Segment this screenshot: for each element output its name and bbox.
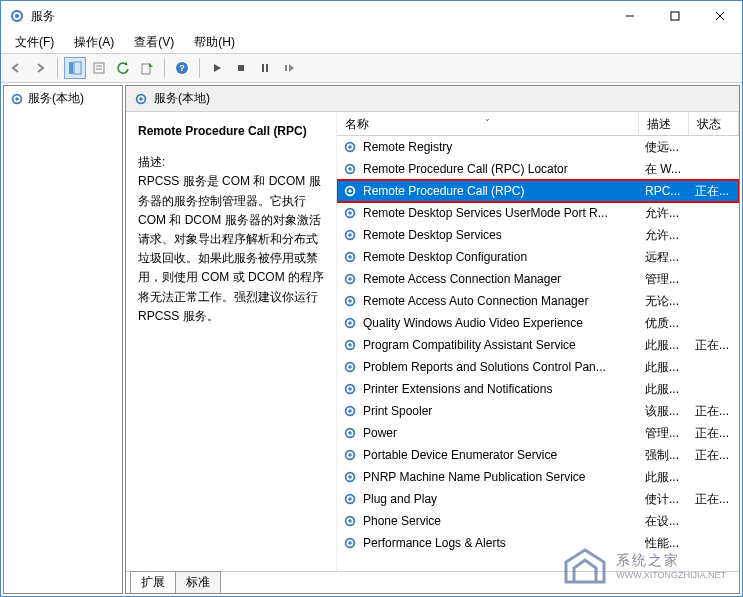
service-name-label: Remote Desktop Configuration	[363, 250, 527, 264]
gear-icon	[343, 382, 357, 396]
service-name-label: Remote Procedure Call (RPC) Locator	[363, 162, 568, 176]
content-area: 服务(本地) 服务(本地) Remote Procedure Call (RPC…	[1, 83, 742, 596]
maximize-button[interactable]	[652, 1, 697, 31]
service-name-cell: Remote Desktop Configuration	[337, 250, 641, 264]
gear-icon	[343, 228, 357, 242]
service-name-label: Plug and Play	[363, 492, 437, 506]
close-button[interactable]	[697, 1, 742, 31]
toolbar: ?	[1, 53, 742, 83]
svg-text:?: ?	[179, 63, 185, 73]
tab-extended[interactable]: 扩展	[130, 571, 176, 594]
service-row[interactable]: Phone Service在设...	[337, 510, 739, 532]
refresh-button[interactable]	[112, 57, 134, 79]
svg-rect-6	[69, 62, 73, 74]
service-desc-cell: 允许...	[641, 227, 691, 244]
service-name-label: Portable Device Enumerator Service	[363, 448, 557, 462]
service-name-label: Quality Windows Audio Video Experience	[363, 316, 583, 330]
service-row[interactable]: Remote Procedure Call (RPC) Locator在 W..…	[337, 158, 739, 180]
service-desc-cell: 使计...	[641, 491, 691, 508]
service-row[interactable]: Remote Procedure Call (RPC)RPC...正在...	[337, 180, 739, 202]
menu-file[interactable]: 文件(F)	[7, 32, 62, 53]
service-row[interactable]: Print Spooler该服...正在...	[337, 400, 739, 422]
menu-view[interactable]: 查看(V)	[126, 32, 182, 53]
start-service-button[interactable]	[206, 57, 228, 79]
gear-icon	[343, 514, 357, 528]
column-name-label: 名称	[345, 117, 369, 131]
service-name-label: Performance Logs & Alerts	[363, 536, 506, 550]
service-row[interactable]: Plug and Play使计...正在...	[337, 488, 739, 510]
service-row[interactable]: Problem Reports and Solutions Control Pa…	[337, 356, 739, 378]
service-row[interactable]: Portable Device Enumerator Service强制...正…	[337, 444, 739, 466]
stop-service-button[interactable]	[230, 57, 252, 79]
service-row[interactable]: Program Compatibility Assistant Service此…	[337, 334, 739, 356]
pause-service-button[interactable]	[254, 57, 276, 79]
svg-point-33	[348, 255, 352, 259]
column-description[interactable]: 描述	[639, 112, 689, 135]
restart-service-button[interactable]	[278, 57, 300, 79]
svg-rect-8	[94, 63, 104, 73]
service-row[interactable]: PNRP Machine Name Publication Service此服.…	[337, 466, 739, 488]
gear-icon	[343, 250, 357, 264]
svg-point-47	[348, 409, 352, 413]
service-status-cell: 正在...	[691, 447, 739, 464]
service-desc-cell: 性能...	[641, 535, 691, 552]
service-row[interactable]: Performance Logs & Alerts性能...	[337, 532, 739, 554]
service-name-label: PNRP Machine Name Publication Service	[363, 470, 586, 484]
service-name-cell: Plug and Play	[337, 492, 641, 506]
service-row[interactable]: Quality Windows Audio Video Experience优质…	[337, 312, 739, 334]
service-row[interactable]: Power管理...正在...	[337, 422, 739, 444]
back-button[interactable]	[5, 57, 27, 79]
services-list: 名称 ⌄ 描述 状态 Remote Registry使远...Remote Pr…	[336, 112, 739, 571]
gear-icon	[343, 404, 357, 418]
description-label: 描述:	[138, 153, 324, 172]
svg-rect-11	[142, 64, 150, 74]
service-row[interactable]: Printer Extensions and Notifications此服..…	[337, 378, 739, 400]
service-row[interactable]: Remote Desktop Services UserMode Port R.…	[337, 202, 739, 224]
menu-action[interactable]: 操作(A)	[66, 32, 122, 53]
gear-icon	[343, 162, 357, 176]
service-name-cell: Remote Desktop Services UserMode Port R.…	[337, 206, 641, 220]
result-header: 服务(本地)	[126, 86, 739, 112]
svg-point-51	[348, 453, 352, 457]
service-row[interactable]: Remote Registry使远...	[337, 136, 739, 158]
gear-icon	[343, 360, 357, 374]
column-status[interactable]: 状态	[689, 112, 739, 135]
service-desc-cell: 优质...	[641, 315, 691, 332]
properties-button[interactable]	[88, 57, 110, 79]
svg-point-21	[139, 97, 143, 101]
selected-service-title: Remote Procedure Call (RPC)	[138, 122, 324, 141]
service-desc-cell: 允许...	[641, 205, 691, 222]
list-body[interactable]: Remote Registry使远...Remote Procedure Cal…	[337, 136, 739, 571]
tab-standard[interactable]: 标准	[175, 571, 221, 593]
service-desc-cell: 远程...	[641, 249, 691, 266]
svg-point-37	[348, 299, 352, 303]
help-button[interactable]: ?	[171, 57, 193, 79]
service-row[interactable]: Remote Access Auto Connection Manager无论.…	[337, 290, 739, 312]
service-name-label: Remote Desktop Services UserMode Port R.…	[363, 206, 608, 220]
service-name-label: Remote Desktop Services	[363, 228, 502, 242]
service-desc-cell: 此服...	[641, 469, 691, 486]
service-name-label: Remote Access Auto Connection Manager	[363, 294, 588, 308]
service-name-cell: Phone Service	[337, 514, 641, 528]
service-row[interactable]: Remote Desktop Configuration远程...	[337, 246, 739, 268]
minimize-button[interactable]	[607, 1, 652, 31]
menu-help[interactable]: 帮助(H)	[186, 32, 243, 53]
service-name-cell: Performance Logs & Alerts	[337, 536, 641, 550]
gear-icon	[343, 426, 357, 440]
console-tree[interactable]: 服务(本地)	[3, 85, 123, 594]
service-row[interactable]: Remote Desktop Services允许...	[337, 224, 739, 246]
service-name-cell: Print Spooler	[337, 404, 641, 418]
gear-icon	[343, 184, 357, 198]
gear-icon	[343, 316, 357, 330]
tree-root-node[interactable]: 服务(本地)	[4, 86, 122, 111]
forward-button[interactable]	[29, 57, 51, 79]
column-name[interactable]: 名称 ⌄	[337, 112, 639, 135]
show-hide-tree-button[interactable]	[64, 57, 86, 79]
service-row[interactable]: Remote Access Connection Manager管理...	[337, 268, 739, 290]
export-button[interactable]	[136, 57, 158, 79]
service-desc-cell: 使远...	[641, 139, 691, 156]
toolbar-divider	[199, 58, 200, 78]
gear-icon	[343, 492, 357, 506]
service-desc-cell: 管理...	[641, 271, 691, 288]
service-status-cell: 正在...	[691, 403, 739, 420]
